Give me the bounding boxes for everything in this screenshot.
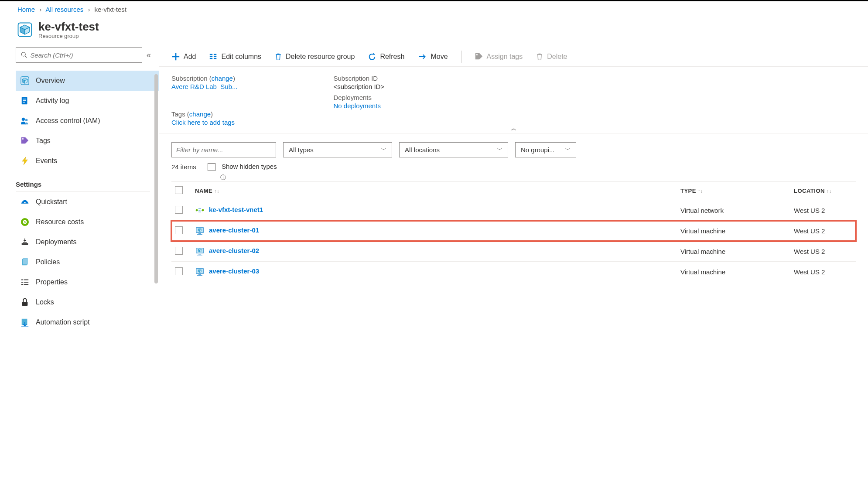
move-button[interactable]: Move	[417, 53, 448, 61]
policy-icon	[20, 257, 30, 267]
row-checkbox[interactable]	[175, 267, 183, 275]
page-header: ke-vfxt-test Resource group	[0, 17, 868, 47]
breadcrumb-home[interactable]: Home	[17, 6, 35, 13]
row-checkbox[interactable]	[175, 226, 183, 234]
svg-point-49	[476, 54, 477, 55]
sidebar-item-policies[interactable]: Policies	[16, 252, 159, 272]
sidebar-collapse-button[interactable]: «	[147, 51, 151, 60]
sort-icon: ↑↓	[698, 188, 703, 194]
breadcrumb-all-resources[interactable]: All resources	[46, 6, 84, 13]
types-dropdown[interactable]: All types ﹀	[283, 142, 392, 157]
trash-icon	[536, 52, 543, 61]
row-checkbox[interactable]	[175, 247, 183, 255]
column-type[interactable]: TYPE↑↓	[677, 182, 790, 200]
table-row[interactable]: ke-vfxt-test-vnet1Virtual networkWest US…	[171, 200, 856, 221]
sidebar-item-deployments[interactable]: Deployments	[16, 232, 159, 252]
tag-icon	[20, 136, 30, 146]
svg-rect-43	[210, 54, 212, 55]
sidebar-item-events[interactable]: Events	[16, 151, 159, 171]
sidebar-item-label: Access control (IAM)	[36, 117, 100, 125]
sidebar-item-automation-script[interactable]: Automation script	[16, 312, 159, 332]
resource-location: West US 2	[790, 200, 856, 221]
sidebar-item-locks[interactable]: Locks	[16, 292, 159, 312]
delete-resource-group-button[interactable]: Delete resource group	[274, 52, 355, 61]
deployments-label: Deployments	[333, 94, 372, 101]
svg-rect-47	[214, 56, 216, 57]
sort-icon: ↑↓	[827, 188, 832, 194]
add-button[interactable]: Add	[171, 52, 196, 61]
plus-icon	[171, 52, 180, 61]
svg-rect-46	[214, 54, 216, 55]
table-row[interactable]: avere-cluster-01Virtual machineWest US 2	[171, 221, 856, 241]
column-name[interactable]: NAME↑↓	[191, 182, 677, 200]
sidebar-search-input[interactable]	[30, 51, 137, 59]
log-icon	[20, 96, 30, 106]
iam-icon	[20, 116, 30, 126]
filter-by-name[interactable]	[171, 142, 276, 157]
sidebar-item-resource-costs[interactable]: Resource costs	[16, 212, 159, 232]
subscription-change-link[interactable]: change	[212, 75, 233, 82]
column-location[interactable]: LOCATION↑↓	[790, 182, 856, 200]
tags-label: Tags	[171, 110, 185, 118]
sort-icon: ↑↓	[214, 188, 219, 194]
sidebar-item-label: Resource costs	[36, 218, 84, 226]
sidebar-item-activity-log[interactable]: Activity log	[16, 91, 159, 111]
properties-icon	[20, 277, 30, 287]
delete-button[interactable]: Delete	[536, 52, 567, 61]
script-icon	[20, 318, 30, 327]
sidebar-item-quickstart[interactable]: Quickstart	[16, 192, 159, 212]
chevron-down-icon: ﹀	[497, 146, 502, 154]
deployments-value-link[interactable]: No deployments	[333, 102, 380, 109]
subscription-id-value: <subscription ID>	[333, 83, 384, 90]
resource-location: West US 2	[790, 221, 856, 241]
trash-icon	[274, 52, 282, 61]
show-hidden-checkbox[interactable]	[208, 163, 215, 171]
toolbar-divider	[461, 51, 461, 63]
page-subtitle: Resource group	[38, 33, 99, 39]
resource-type: Virtual machine	[677, 241, 790, 262]
sidebar-item-properties[interactable]: Properties	[16, 272, 159, 292]
refresh-button[interactable]: Refresh	[368, 52, 404, 61]
resource-type: Virtual machine	[677, 262, 790, 282]
resource-name-link[interactable]: ke-vfxt-test-vnet1	[209, 206, 263, 213]
sidebar-item-label: Overview	[36, 77, 65, 85]
row-checkbox[interactable]	[175, 206, 183, 214]
tag-icon	[475, 52, 483, 61]
table-row[interactable]: avere-cluster-03Virtual machineWest US 2	[171, 262, 856, 282]
sidebar-scrollbar[interactable]	[154, 74, 158, 283]
filter-by-name-input[interactable]	[176, 146, 271, 154]
select-all-checkbox[interactable]	[175, 186, 183, 194]
resource-name-link[interactable]: avere-cluster-03	[209, 267, 259, 275]
essentials-collapse-button[interactable]: ︽	[511, 125, 516, 132]
locations-dropdown[interactable]: All locations ﹀	[399, 142, 508, 157]
sidebar-search[interactable]	[16, 47, 142, 63]
sidebar-item-tags[interactable]: Tags	[16, 131, 159, 151]
vm-icon	[195, 267, 205, 277]
breadcrumb: Home › All resources › ke-vfxt-test	[0, 2, 868, 17]
resource-name-link[interactable]: avere-cluster-01	[209, 226, 259, 234]
vm-icon	[195, 246, 205, 256]
sidebar-item-overview[interactable]: Overview	[16, 71, 159, 91]
sidebar: « Overview Activity log Access control (…	[0, 47, 159, 473]
tags-change-link[interactable]: change	[189, 110, 211, 118]
chevron-down-icon: ﹀	[381, 146, 386, 154]
page-title: ke-vfxt-test	[38, 20, 99, 34]
resource-location: West US 2	[790, 241, 856, 262]
table-row[interactable]: avere-cluster-02Virtual machineWest US 2	[171, 241, 856, 262]
svg-rect-45	[210, 58, 212, 59]
subscription-value-link[interactable]: Avere R&D Lab_Sub...	[171, 83, 237, 90]
deploy-icon	[20, 237, 30, 247]
svg-rect-48	[214, 58, 216, 59]
edit-columns-button[interactable]: Edit columns	[209, 52, 261, 61]
sidebar-item-label: Locks	[36, 298, 54, 306]
tags-value-link[interactable]: Click here to add tags	[171, 119, 235, 126]
info-icon[interactable]: ⓘ	[220, 174, 868, 181]
filters-row: All types ﹀ All locations ﹀ No groupi...…	[159, 133, 868, 163]
sidebar-item-label: Policies	[36, 258, 60, 266]
sidebar-item-label: Quickstart	[36, 198, 67, 206]
resource-name-link[interactable]: avere-cluster-02	[209, 247, 259, 254]
assign-tags-button[interactable]: Assign tags	[475, 52, 523, 61]
sidebar-item-access-control[interactable]: Access control (IAM)	[16, 111, 159, 131]
grouping-dropdown[interactable]: No groupi... ﹀	[515, 142, 576, 157]
resources-table: NAME↑↓ TYPE↑↓ LOCATION↑↓ ke-vfxt-test-vn…	[171, 181, 856, 282]
